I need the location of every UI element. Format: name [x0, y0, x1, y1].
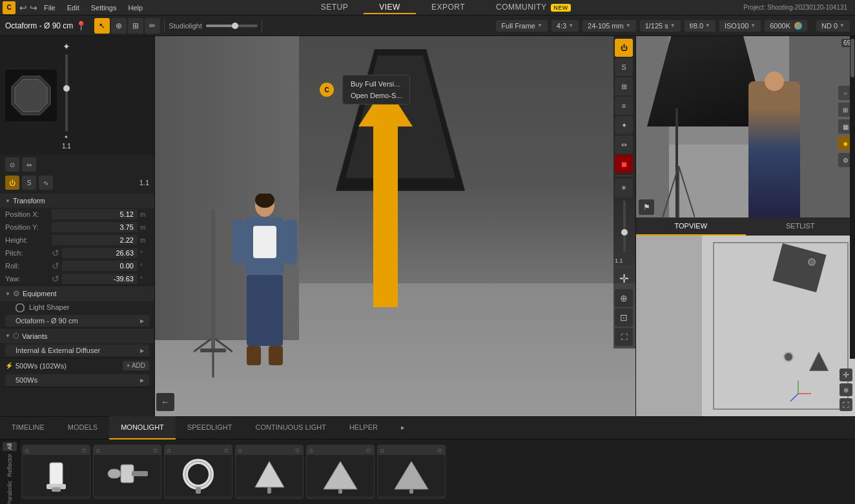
transform-header[interactable]: ▼ Transform: [0, 194, 154, 208]
scrollbar-thumb[interactable]: [850, 39, 854, 77]
gallery-filter-parabolic[interactable]: Parabolic: [3, 479, 17, 504]
brightness-slider[interactable]: ✦ ✦ 1.1: [62, 41, 71, 150]
camera-scene: [636, 36, 855, 217]
vt-power-btn[interactable]: ⏻: [615, 39, 633, 57]
vt-zoom-button[interactable]: ⊕: [615, 289, 633, 307]
list-item[interactable]: ⌂ ☆ Gobo - Projector Ø 20 cm: [93, 445, 161, 499]
gallery-item-name: R...: [378, 496, 445, 499]
popup-demo-item[interactable]: Open Demo-S...: [351, 90, 402, 101]
vt-grid-btn[interactable]: ⊞: [615, 77, 633, 96]
main-toolbar: Octaform - Ø 90 cm 📍 ↖ ⊕ ⊞ ✏ Studiolight…: [0, 15, 855, 36]
menu-settings[interactable]: Settings: [86, 3, 122, 13]
frame-dropdown[interactable]: Full Frame ▼: [496, 20, 547, 32]
vertical-slider-track[interactable]: [65, 54, 68, 132]
gallery-star-icon[interactable]: ☆: [81, 447, 87, 454]
vt-fit-button[interactable]: ⊡: [615, 308, 633, 327]
position-y-label: Position Y:: [5, 223, 49, 231]
vt-nav-icon[interactable]: ✛: [615, 270, 633, 288]
viewport-3d[interactable]: Buy Full Versi... Open Demo-S... C: [155, 36, 635, 416]
position-y-value[interactable]: 3.75: [52, 222, 138, 232]
tab-community[interactable]: COMMUNITY NEW: [480, 1, 586, 14]
pitch-reset-icon[interactable]: ↺: [52, 248, 59, 258]
topview-tab[interactable]: TOPVIEW: [636, 217, 746, 236]
vt-slider-thumb[interactable]: [621, 229, 628, 236]
tab-speedlight[interactable]: SPEEDLIGHT: [176, 416, 244, 439]
pin-button[interactable]: 📍: [76, 21, 87, 31]
tab-helper[interactable]: HELPER: [338, 416, 389, 439]
list-item[interactable]: ⌂ ☆ R...: [377, 445, 446, 499]
power-preset-dropdown[interactable]: 500Ws ▶: [5, 374, 149, 386]
tab-models[interactable]: MODELS: [56, 416, 109, 439]
tab-view[interactable]: VIEW: [364, 1, 416, 14]
roll-value[interactable]: 0.00: [62, 261, 138, 271]
redo-button[interactable]: ↪: [30, 3, 37, 13]
menu-file[interactable]: File: [39, 3, 61, 13]
undo-button[interactable]: ↩: [19, 3, 27, 13]
yaw-reset-icon[interactable]: ↺: [52, 274, 59, 284]
position-x-value[interactable]: 5.12: [52, 209, 138, 219]
tab-more[interactable]: ▸: [389, 416, 417, 439]
vt-link-btn[interactable]: ⇔: [615, 136, 633, 154]
gallery-filter-all[interactable]: All: [3, 442, 17, 451]
octaform-dropdown[interactable]: Octaform - Ø 90 cm ▶: [5, 315, 149, 327]
tab-setup[interactable]: SETUP: [305, 1, 364, 14]
move-tool[interactable]: ⊕: [111, 18, 127, 34]
gallery-star-icon[interactable]: ☆: [152, 447, 158, 454]
wb-dropdown[interactable]: 6000K: [765, 20, 807, 32]
topview-fullscreen-button[interactable]: ⛶: [840, 398, 852, 411]
ratio-dropdown[interactable]: 4:3 ▼: [551, 20, 579, 32]
orbit-icon[interactable]: ⊙: [5, 157, 19, 172]
pitch-value[interactable]: 26.63: [62, 248, 138, 258]
yaw-value[interactable]: -39.63: [62, 274, 138, 284]
gallery-filter-reflector[interactable]: Reflector: [3, 452, 17, 478]
popup-buy-item[interactable]: Buy Full Versi...: [351, 78, 402, 90]
vt-list-btn[interactable]: ≡: [615, 97, 633, 115]
sync-toggle[interactable]: S: [22, 176, 36, 190]
topview-zoom-button[interactable]: ⊕: [840, 383, 852, 396]
right-scrollbar[interactable]: [850, 36, 855, 359]
gallery-star-icon[interactable]: ☆: [437, 447, 442, 454]
diffuser-dropdown[interactable]: Internal & External Diffuser ▶: [5, 345, 149, 356]
lens-dropdown[interactable]: 24-105 mm ▼: [582, 20, 636, 32]
list-item[interactable]: ⌂ ☆ Reflector S Ø 23cm / D 13cm: [306, 445, 375, 499]
power-toggle[interactable]: ⏻: [5, 176, 19, 190]
add-power-button[interactable]: + ADD: [123, 361, 149, 370]
viewport-back-button[interactable]: ←: [156, 393, 174, 411]
vertical-slider-thumb[interactable]: [63, 85, 70, 92]
vt-transform-btn[interactable]: ✦: [615, 116, 633, 134]
tab-monolight[interactable]: MONOLIGHT: [109, 416, 176, 439]
shutter-dropdown[interactable]: 1/125 s ▼: [640, 20, 681, 32]
link-light-icon[interactable]: ⇔: [22, 157, 36, 172]
equipment-header[interactable]: ▼ ⚙ Equipment: [0, 286, 154, 301]
roll-reset-icon[interactable]: ↺: [52, 261, 59, 271]
aperture-dropdown[interactable]: f/8.0 ▼: [685, 20, 716, 32]
gallery-star-icon[interactable]: ☆: [294, 447, 300, 454]
pen-tool[interactable]: ✏: [145, 18, 160, 34]
vt-fullscreen-button[interactable]: ⛶: [615, 328, 633, 346]
list-item[interactable]: ⌂ ☆ Bare Flash: [22, 445, 90, 499]
vt-slider[interactable]: [615, 198, 634, 255]
height-value[interactable]: 2.22: [52, 235, 138, 245]
gallery-star-icon[interactable]: ☆: [366, 447, 371, 454]
topview-nav-pan-icon[interactable]: ✛: [840, 368, 852, 381]
wave-toggle[interactable]: ∿: [39, 176, 53, 190]
menu-edit[interactable]: Edit: [62, 3, 85, 13]
nd-dropdown[interactable]: ND 0 ▼: [816, 20, 850, 32]
vt-s-btn[interactable]: S: [615, 58, 633, 76]
list-item[interactable]: ⌂ ☆ Ring Flash: [164, 445, 232, 499]
tab-timeline[interactable]: TIMELINE: [0, 416, 56, 439]
cam-flag-button[interactable]: ⚑: [639, 199, 654, 215]
vt-color-btn[interactable]: ◼: [615, 155, 633, 173]
variants-header[interactable]: ▼ ⬡ Variants: [0, 328, 154, 343]
grid-tool[interactable]: ⊞: [128, 18, 143, 34]
cursor-tool[interactable]: ↖: [94, 18, 110, 34]
tab-export[interactable]: EXPORT: [416, 1, 480, 14]
tab-continuous-light[interactable]: CONTINUOUS LIGHT: [244, 416, 338, 439]
gallery-star-icon[interactable]: ☆: [223, 447, 229, 454]
setlist-tab[interactable]: SETLIST: [746, 217, 856, 236]
list-item[interactable]: ⌂ ☆ Reflector S Ø 18cm / D 13cm: [235, 445, 304, 499]
iso-dropdown[interactable]: ISO100 ▼: [719, 20, 761, 32]
studiolight-slider[interactable]: [206, 25, 258, 27]
menu-help[interactable]: Help: [123, 3, 148, 13]
vt-brightness-btn[interactable]: ☀: [615, 179, 633, 197]
